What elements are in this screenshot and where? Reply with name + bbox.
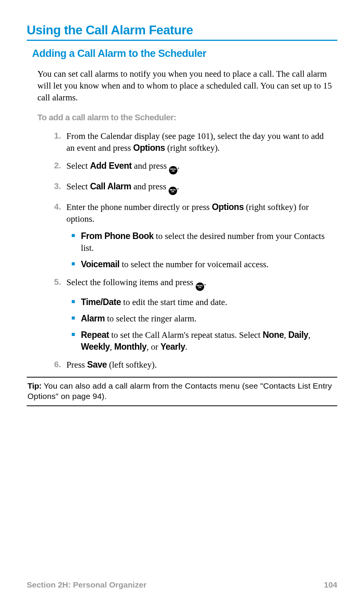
from-phone-book-label: From Phone Book bbox=[81, 231, 154, 241]
section-heading: Adding a Call Alarm to the Scheduler bbox=[32, 48, 337, 60]
tip-text: You can also add a call alarm from the C… bbox=[27, 381, 332, 400]
repeat-option: Weekly bbox=[81, 342, 110, 352]
menu-ok-icon: MENUOK bbox=[196, 283, 204, 291]
step-text: and press bbox=[131, 182, 169, 191]
sub-text: , bbox=[308, 330, 311, 340]
step-text: Enter the phone number directly or press bbox=[66, 202, 212, 212]
step-3: 3. Select Call Alarm and press MENUOK. bbox=[50, 181, 333, 195]
tip-box: Tip: You can also add a call alarm from … bbox=[27, 377, 337, 406]
add-event-label: Add Event bbox=[90, 161, 132, 171]
step-text: Select bbox=[66, 182, 90, 191]
menu-ok-icon: MENUOK bbox=[169, 166, 177, 174]
repeat-option: None bbox=[263, 330, 284, 340]
sub-text: to set the Call Alarm's repeat status. S… bbox=[109, 330, 263, 340]
tip-label: Tip: bbox=[27, 381, 42, 390]
section-label: Section 2H: Personal Organizer bbox=[27, 580, 147, 589]
alarm-label: Alarm bbox=[81, 313, 105, 323]
repeat-option: Yearly bbox=[160, 342, 185, 352]
sub-text: to edit the start time and date. bbox=[121, 297, 227, 307]
voicemail-label: Voicemail bbox=[81, 259, 119, 269]
step-6: 6. Press Save (left softkey). bbox=[50, 359, 333, 371]
time-date-label: Time/Date bbox=[81, 297, 121, 307]
intro-paragraph: You can set call alarms to notify you wh… bbox=[37, 68, 333, 103]
step-4: 4. Enter the phone number directly or pr… bbox=[50, 201, 333, 270]
step-number: 6. bbox=[50, 359, 61, 370]
step-text: Select bbox=[66, 161, 90, 171]
repeat-label: Repeat bbox=[81, 330, 109, 340]
page-title: Using the Call Alarm Feature bbox=[27, 23, 337, 41]
step-text: (left softkey). bbox=[107, 360, 157, 370]
options-label: Options bbox=[133, 143, 165, 153]
step-number: 3. bbox=[50, 181, 61, 192]
step-2: 2. Select Add Event and press MENUOK. bbox=[50, 160, 333, 174]
step-number: 5. bbox=[50, 276, 61, 288]
step-number: 2. bbox=[50, 160, 61, 171]
step-5: 5. Select the following items and press … bbox=[50, 276, 333, 353]
sub-text: to select the ringer alarm. bbox=[105, 314, 196, 323]
step-text: . bbox=[204, 278, 206, 287]
sub-item: Alarm to select the ringer alarm. bbox=[66, 313, 333, 324]
repeat-option: Daily bbox=[288, 330, 308, 340]
step-1: 1. From the Calendar display (see page 1… bbox=[50, 130, 333, 154]
sub-list: From Phone Book to select the desired nu… bbox=[66, 230, 333, 270]
step-list: 1. From the Calendar display (see page 1… bbox=[50, 130, 333, 371]
call-alarm-label: Call Alarm bbox=[90, 181, 131, 191]
sub-text: to select the number for voicemail acces… bbox=[119, 260, 269, 269]
sub-text: , or bbox=[147, 342, 160, 352]
step-text: . bbox=[177, 182, 179, 191]
step-number: 4. bbox=[50, 201, 61, 213]
sub-item: Repeat to set the Call Alarm's repeat st… bbox=[66, 329, 333, 353]
repeat-option: Monthly bbox=[114, 342, 147, 352]
page-number: 104 bbox=[324, 580, 337, 589]
options-label: Options bbox=[212, 202, 243, 212]
sub-text: . bbox=[185, 342, 187, 352]
sub-item: Voicemail to select the number for voice… bbox=[66, 258, 333, 270]
procedure-label: To add a call alarm to the Scheduler: bbox=[37, 113, 337, 123]
step-text: Select the following items and press bbox=[66, 278, 196, 287]
menu-ok-icon: MENUOK bbox=[169, 187, 177, 195]
sub-text: , bbox=[110, 342, 114, 352]
step-number: 1. bbox=[50, 130, 61, 142]
sub-list: Time/Date to edit the start time and dat… bbox=[66, 296, 333, 353]
step-text: Press bbox=[66, 360, 87, 370]
footer: Section 2H: Personal Organizer 104 bbox=[27, 580, 337, 589]
sub-item: Time/Date to edit the start time and dat… bbox=[66, 296, 333, 308]
step-text: . bbox=[177, 161, 180, 171]
sub-text: , bbox=[284, 330, 288, 340]
step-text: and press bbox=[132, 161, 169, 171]
step-text: (right softkey). bbox=[165, 143, 220, 153]
save-label: Save bbox=[87, 360, 107, 370]
sub-item: From Phone Book to select the desired nu… bbox=[66, 230, 333, 254]
